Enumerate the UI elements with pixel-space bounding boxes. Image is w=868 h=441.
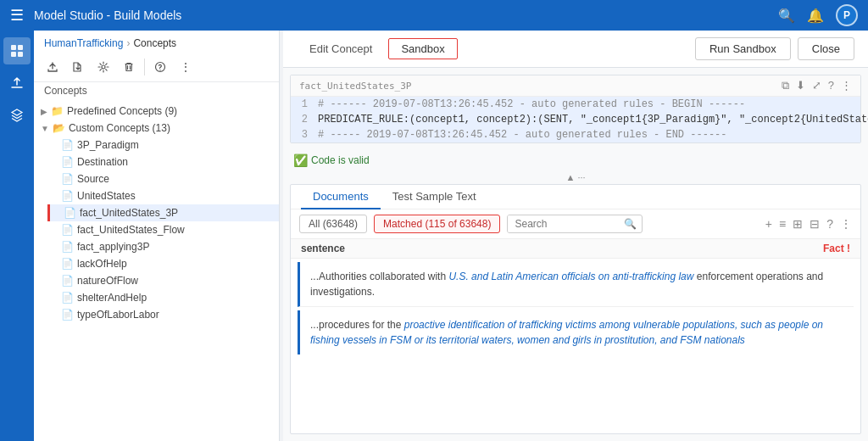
code-content-1: # ------ 2019-07-08T13:26:45.452 - auto … [314,97,860,112]
all-filter-button[interactable]: All (63648) [299,215,367,233]
svg-rect-1 [18,45,23,50]
tree-item-source[interactable]: 📄 Source [47,170,279,187]
result-text-before-1: ...Authorities collaborated with [310,271,448,282]
doc-icon: 📄 [61,292,74,304]
tree-item-fact-unitedstates-flow[interactable]: 📄 fact_UnitedStates_Flow [47,221,279,238]
tree-section-label: Concepts [34,82,279,99]
add-icon[interactable]: + [765,217,772,231]
header-actions: Run Sandbox Close [695,37,854,60]
checkmark-icon: ✅ [293,154,308,167]
test-sample-tab[interactable]: Test Sample Text [381,185,488,209]
tree-item-natureofflow[interactable]: 📄 natureOfFlow [47,272,279,289]
sidebar-home-icon[interactable] [3,37,31,64]
tree-item-lackofhelp[interactable]: 📄 lackOfHelp [47,255,279,272]
doc-icon: 📄 [61,241,74,253]
svg-point-4 [102,65,105,69]
tree-item-destination[interactable]: 📄 Destination [47,154,279,170]
code-editor: fact_UnitedStates_3P ⧉ ⬇ ⤢ ? ⋮ 1 # -----… [290,75,861,143]
help-code-icon[interactable]: ? [828,79,834,92]
breadcrumb-current: Concepts [133,37,176,49]
tree-item-fact-unitedstates-3p[interactable]: 📄 fact_UnitedStates_3P [47,204,279,221]
expand-icon[interactable]: ⤢ [812,79,821,92]
close-button[interactable]: Close [798,37,854,60]
table-icon[interactable]: ≡ [779,217,786,231]
result-highlight-1[interactable]: U.S. and Latin American officials on ant… [448,271,693,282]
selected-item-label: fact_UnitedStates_3P [80,207,178,219]
custom-toggle-icon: ▼ [41,124,49,133]
code-content-2: PREDICATE_RULE:(concept1, concept2):(SEN… [314,112,868,127]
tree-item-fact-applying3p[interactable]: 📄 fact_applying3P [47,238,279,255]
panel-toolbar: ⋮ [34,53,279,82]
bell-icon[interactable]: 🔔 [807,8,824,24]
breadcrumb-parent[interactable]: HumanTrafficking [44,37,123,49]
svg-rect-2 [11,52,16,57]
doc-icon: 📄 [61,309,74,321]
sandbox-tab[interactable]: Sandbox [388,38,457,59]
code-lines: 1 # ------ 2019-07-08T13:26:45.452 - aut… [291,97,860,142]
predefined-concepts-label: Predefined Concepts (9) [67,105,177,117]
top-bar-icons: 🔍 🔔 P [778,4,858,26]
doc-tabs: Documents Test Sample Text [291,185,860,209]
custom-folder-icon: 📂 [53,122,65,134]
help-toolbar-button[interactable] [148,56,172,78]
tree-item-unitedstates[interactable]: 📄 UnitedStates [47,187,279,204]
more-doc-icon[interactable]: ⋮ [840,217,852,231]
more-code-icon[interactable]: ⋮ [841,79,852,92]
search-input[interactable] [508,215,619,232]
export-toolbar-button[interactable] [41,56,64,78]
sidebar-upload-icon[interactable] [3,70,31,97]
custom-children: 📄 3P_Paradigm 📄 Destination 📄 Source 📄 U… [34,137,279,323]
app-container: ☰ Model Studio - Build Models 🔍 🔔 P [0,0,868,441]
icon-sidebar [0,31,34,441]
top-bar: ☰ Model Studio - Build Models 🔍 🔔 P [0,0,868,31]
svg-rect-0 [11,45,16,50]
more-toolbar-button[interactable]: ⋮ [174,56,198,78]
tree-item-3pparadigm[interactable]: 📄 3P_Paradigm [47,137,279,154]
matched-filter-button[interactable]: Matched (115 of 63648) [374,215,500,233]
doc-icon: 📄 [64,207,76,219]
layout-icon[interactable]: ⊞ [793,217,803,231]
hamburger-menu-icon[interactable]: ☰ [10,6,24,25]
svg-rect-3 [18,52,23,57]
delete-toolbar-button[interactable] [117,56,141,78]
search-icon[interactable]: 🔍 [778,8,795,24]
doc-icon: 📄 [61,190,74,202]
code-valid-status: ✅ Code is valid [293,154,370,167]
tree-item-shelterandhelp[interactable]: 📄 shelterAndHelp [47,289,279,306]
doc-icon: 📄 [61,139,74,151]
download-icon[interactable]: ⬇ [796,79,805,92]
toolbar-separator [144,59,145,75]
filter-row: All (63648) Matched (115 of 63648) 🔍 + ≡… [291,209,860,239]
code-line-3: 3 # ----- 2019-07-08T13:26:45.452 - auto… [291,127,860,142]
info-icon[interactable]: ? [826,217,833,231]
user-avatar[interactable]: P [836,4,858,26]
tree-section: ▶ 📁 Predefined Concepts (9) ▼ 📂 Custom C… [34,99,279,441]
tree-item-typeoflaborlabor[interactable]: 📄 typeOfLaborLabor [47,306,279,323]
doc-icon: 📄 [61,224,74,236]
right-panel: Edit Concept Sandbox Run Sandbox Close f… [283,31,868,441]
run-sandbox-button[interactable]: Run Sandbox [695,37,791,60]
col-fact-header: Fact ! [799,243,850,254]
result-row-1: ...Authorities collaborated with U.S. an… [298,262,854,307]
main-row: HumanTrafficking › Concepts [0,31,868,441]
doc-icon: 📄 [61,156,74,168]
documents-tab[interactable]: Documents [301,185,381,209]
sidebar-layers-icon[interactable] [3,102,31,129]
copy-icon[interactable]: ⧉ [782,79,789,92]
edit-concept-tab[interactable]: Edit Concept [297,38,385,59]
app-title: Model Studio - Build Models [34,8,778,22]
status-bar: ✅ Code is valid [283,150,868,170]
predefined-concepts-group[interactable]: ▶ 📁 Predefined Concepts (9) [34,103,279,120]
code-header-icons: ⧉ ⬇ ⤢ ? ⋮ [782,79,852,92]
grid-icon[interactable]: ⊟ [810,217,820,231]
custom-concepts-group[interactable]: ▼ 📂 Custom Concepts (13) [34,120,279,137]
doc-icon: 📄 [61,173,74,185]
collapse-handle[interactable]: ▲ ··· [283,170,868,184]
import-toolbar-button[interactable] [66,56,90,78]
result-row-2: ...procedures for the proactive identifi… [298,310,854,354]
doc-icon: 📄 [61,275,74,287]
settings-toolbar-button[interactable] [92,56,115,78]
code-line-1: 1 # ------ 2019-07-08T13:26:45.452 - aut… [291,97,860,112]
collapse-arrow-icon: ▲ ··· [565,172,585,182]
predefined-toggle-icon: ▶ [41,107,47,116]
